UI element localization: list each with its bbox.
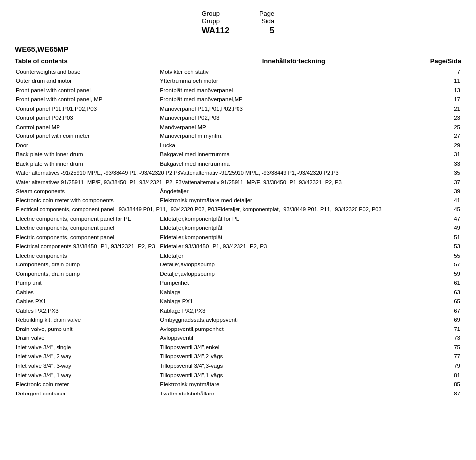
row-page: 61 — [423, 279, 461, 288]
row-english: Electronic coin meter — [15, 380, 159, 390]
table-row: Cables PX1Kablage PX165 — [15, 297, 461, 307]
row-english: Inlet valve 3/4", 2-way — [15, 352, 159, 362]
row-page: 31 — [423, 150, 461, 160]
row-english: Back plate with inner drum — [15, 159, 159, 169]
toc-table: Counterweights and baseMotvikter och sta… — [15, 67, 461, 398]
table-row: Detergent containerTvättmedelsbehållare8… — [15, 389, 461, 398]
row-swedish: Manöverpanel P11,P01,P02,P03 — [159, 104, 422, 114]
row-swedish: Eldetaljer,komponentplåt för PE — [159, 214, 422, 224]
row-swedish: Lucka — [159, 141, 422, 150]
row-page: 59 — [423, 269, 461, 279]
row-english: Outer drum and motor — [15, 77, 159, 86]
table-row: Electronic coin meter with componentsEle… — [15, 196, 461, 205]
row-page: 13 — [423, 86, 461, 95]
row-page: 33 — [423, 159, 461, 169]
row-english: Electric components, component panel — [15, 224, 159, 233]
row-swedish: Kablage PX2,PX3 — [159, 306, 422, 316]
row-swedish: Frontplåt med manöverpanel,MP — [159, 95, 422, 105]
row-swedish: Kablage — [159, 288, 422, 297]
header-mid: Group Page Grupp Sida WA112 5 — [202, 10, 275, 36]
row-page: 35 — [423, 169, 461, 178]
table-row: Drain valve, pump unitAvloppsventil,pump… — [15, 325, 461, 334]
wa112-label: WA112 — [202, 26, 230, 36]
row-english: Components, drain pump — [15, 269, 159, 279]
row-english: Electric components — [15, 251, 159, 261]
table-row: Components, drain pumpDetaljer,avloppspu… — [15, 261, 461, 270]
row-swedish: Motvikter och stativ — [159, 67, 422, 77]
table-row: Rebuilding kit, drain valveOmbyggnadssat… — [15, 316, 461, 325]
row-swedish: Avloppsventil — [159, 334, 422, 343]
row-combined: Electrical components, component panel, … — [15, 205, 423, 215]
table-row: Inlet valve 3/4", 3-wayTilloppsventil 3/… — [15, 362, 461, 371]
row-swedish: Kablage PX1 — [159, 297, 422, 307]
row-page: 37 — [423, 178, 461, 187]
table-row: Front panel with control panel, MPFrontp… — [15, 95, 461, 105]
row-page: 65 — [423, 297, 461, 307]
row-page: 41 — [423, 196, 461, 205]
row-page: 27 — [423, 132, 461, 141]
table-row: Pump unitPumpenhet61 — [15, 279, 461, 288]
row-english: Components, drain pump — [15, 261, 159, 270]
table-row: Back plate with inner drumBakgavel med i… — [15, 159, 461, 169]
row-page: 49 — [423, 224, 461, 233]
row-english: Electrical components 93/38450- P1, 93/4… — [15, 242, 159, 252]
row-swedish: Eldetaljer,komponentplåt — [159, 233, 422, 242]
row-page: 45 — [423, 205, 461, 215]
row-page: 57 — [423, 261, 461, 270]
toc-header: Table of contents Innehållsförteckning P… — [15, 57, 461, 65]
row-page: 79 — [423, 362, 461, 371]
table-row: Steam componentsÅngdetaljer39 — [15, 187, 461, 197]
page-num: 5 — [270, 26, 274, 36]
row-english: Steam components — [15, 187, 159, 197]
row-swedish: Manöverpanel P02,P03 — [159, 114, 422, 123]
row-page: 39 — [423, 187, 461, 197]
table-row: Control panel with coin meterManöverpane… — [15, 132, 461, 141]
row-english: Control panel MP — [15, 123, 159, 132]
table-row: Water alternatives -91/25910 MP/E, -93/3… — [15, 169, 461, 178]
row-page: 17 — [423, 95, 461, 105]
table-row: Electronic coin meterElektronisk myntmät… — [15, 380, 461, 390]
row-page: 53 — [423, 242, 461, 252]
table-row: Electric components, component panelElde… — [15, 233, 461, 242]
table-row: CablesKablage63 — [15, 288, 461, 297]
row-swedish: Tvättmedelsbehållare — [159, 389, 422, 398]
row-swedish: Pumpenhet — [159, 279, 422, 288]
table-row: DoorLucka29 — [15, 141, 461, 150]
row-swedish: Eldetaljer 93/38450- P1, 93/42321- P2, P… — [159, 242, 422, 252]
row-swedish: Tilloppsventil 3/4",2-vägs — [159, 352, 422, 362]
row-english: Front panel with control panel, MP — [15, 95, 159, 105]
row-english: Inlet valve 3/4", 3-way — [15, 362, 159, 371]
row-page: 47 — [423, 214, 461, 224]
row-page: 21 — [423, 104, 461, 114]
row-swedish: Yttertrumma och motor — [159, 77, 422, 86]
row-english: Electric components, component panel — [15, 233, 159, 242]
row-swedish: Ombyggnadssats,avloppsventil — [159, 316, 422, 325]
table-row: Electrical components 93/38450- P1, 93/4… — [15, 242, 461, 252]
row-page: 85 — [423, 380, 461, 390]
row-swedish: Tilloppsventil 3/4",enkel — [159, 343, 422, 352]
table-row: Inlet valve 3/4", 1-wayTilloppsventil 3/… — [15, 371, 461, 380]
table-row: Water alternatives 91/25911- MP/E, 93/38… — [15, 178, 461, 187]
table-row: Inlet valve 3/4", singleTilloppsventil 3… — [15, 343, 461, 352]
table-row: Electric components, component panelElde… — [15, 224, 461, 233]
row-page: 51 — [423, 233, 461, 242]
table-row: Electrical components, component panel, … — [15, 205, 461, 215]
top-header: Group Page Grupp Sida WA112 5 — [15, 10, 461, 36]
row-combined: Water alternatives -91/25910 MP/E, -93/3… — [15, 169, 423, 178]
table-row: Electric components, component panel for… — [15, 214, 461, 224]
table-row: Cables PX2,PX3Kablage PX2,PX367 — [15, 306, 461, 316]
row-page: 87 — [423, 389, 461, 398]
row-swedish: Bakgavel med innertrumma — [159, 150, 422, 160]
row-swedish: Tilloppsventil 3/4",1-vägs — [159, 371, 422, 380]
row-english: Rebuilding kit, drain valve — [15, 316, 159, 325]
row-english: Electric components, component panel for… — [15, 214, 159, 224]
table-row: Control panel MPManöverpanel MP25 — [15, 123, 461, 132]
row-page: 73 — [423, 334, 461, 343]
row-swedish: Ångdetaljer — [159, 187, 422, 197]
row-english: Counterweights and base — [15, 67, 159, 77]
group-label: Group — [202, 10, 220, 17]
row-page: 77 — [423, 352, 461, 362]
row-english: Detergent container — [15, 389, 159, 398]
table-row: Outer drum and motorYttertrumma och moto… — [15, 77, 461, 86]
row-english: Control panel P02,P03 — [15, 114, 159, 123]
